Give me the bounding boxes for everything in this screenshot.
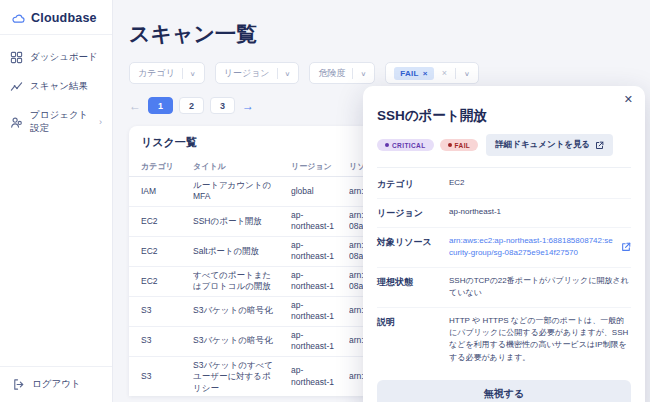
status-filter-select[interactable]: FAIL × × ∨: [385, 62, 479, 84]
ignore-button[interactable]: 無視する: [377, 380, 631, 402]
chevron-down-icon: ∨: [360, 69, 366, 76]
status-filter-chip[interactable]: FAIL ×: [394, 67, 434, 80]
cell-category: IAM: [129, 177, 187, 207]
view-documentation-button[interactable]: 詳細ドキュメントを見る: [486, 134, 613, 156]
risk-detail-fields: カテゴリEC2リージョンap-northeast-1対象リソースarn:aws:…: [377, 170, 631, 371]
project-settings-icon: [10, 116, 23, 129]
panel-divider: [377, 167, 631, 168]
cell-title: Saltポートの開放: [187, 236, 285, 266]
scan-results-icon: [10, 80, 23, 93]
sidebar-item-dashboard[interactable]: ダッシュボード: [0, 43, 112, 72]
app-logo[interactable]: Cloudbase: [0, 0, 112, 35]
detail-field-label: 理想状態: [377, 275, 449, 300]
chevron-right-icon: ›: [99, 117, 102, 127]
filter-clear-icon[interactable]: ×: [442, 68, 447, 78]
prev-page-arrow[interactable]: ←: [129, 100, 141, 112]
resource-link[interactable]: arn:aws:ec2:ap-northeast-1:688185808742:…: [449, 235, 615, 260]
severity-badge-label: CRITICAL: [392, 142, 426, 149]
cell-title: すべてのポートまたはプロトコルの開放: [187, 266, 285, 296]
dashboard-icon: [10, 51, 23, 64]
page-button-3[interactable]: 3: [210, 97, 235, 114]
app-name: Cloudbase: [31, 11, 97, 25]
severity-badge: CRITICAL: [377, 139, 434, 151]
sidebar-item-scan-results[interactable]: スキャン結果: [0, 72, 112, 101]
badge-dot-icon: [385, 143, 389, 147]
filter-divider: [352, 68, 353, 79]
chip-remove-icon[interactable]: ×: [423, 69, 428, 78]
detail-field-value: EC2: [449, 177, 465, 191]
logout-icon: [12, 378, 25, 391]
sidebar-nav: ダッシュボードスキャン結果プロジェクト設定›: [0, 35, 112, 151]
cell-region: ap-northeast-1: [285, 296, 343, 326]
next-page-arrow[interactable]: →: [242, 100, 254, 112]
status-badge-label: FAIL: [455, 142, 471, 149]
detail-field-row: カテゴリEC2: [377, 170, 631, 199]
status-badge: FAIL: [440, 139, 479, 151]
cell-region: global: [285, 177, 343, 207]
cell-title: ルートアカウントのMFA: [187, 177, 285, 207]
detail-field-value: ap-northeast-1: [449, 206, 501, 220]
chevron-down-icon: ∨: [285, 69, 291, 76]
column-header: タイトル: [187, 157, 285, 177]
sidebar-item-label: スキャン結果: [30, 80, 88, 93]
filter-bar: カテゴリ∨リージョン∨危険度∨ FAIL × × ∨: [129, 62, 638, 84]
sidebar-item-label: プロジェクト設定: [30, 109, 92, 135]
risk-detail-badges: CRITICAL FAIL 詳細ドキュメントを見る: [377, 134, 631, 156]
cell-category: S3: [129, 296, 187, 326]
filter-category[interactable]: カテゴリ∨: [129, 62, 205, 84]
cell-region: ap-northeast-1: [285, 236, 343, 266]
cell-category: EC2: [129, 206, 187, 236]
close-icon[interactable]: ✕: [624, 93, 633, 106]
sidebar-item-project-settings[interactable]: プロジェクト設定›: [0, 101, 112, 143]
cell-region: ap-northeast-1: [285, 206, 343, 236]
risk-detail-panel: ✕ SSHのポート開放 CRITICAL FAIL 詳細ドキュメントを見る カテ…: [363, 86, 645, 402]
badge-dot-icon: [448, 143, 452, 147]
cell-title: SSHのポート開放: [187, 206, 285, 236]
detail-field-label: リージョン: [377, 206, 449, 220]
detail-field-row: 対象リソースarn:aws:ec2:ap-northeast-1:6881858…: [377, 228, 631, 268]
column-header: リージョン: [285, 157, 343, 177]
filter-divider: [182, 68, 183, 79]
page-button-1[interactable]: 1: [148, 97, 173, 114]
cell-region: ap-northeast-1: [285, 326, 343, 356]
column-header: カテゴリ: [129, 157, 187, 177]
filter-severity[interactable]: 危険度∨: [309, 62, 375, 84]
cell-region: ap-northeast-1: [285, 356, 343, 396]
sidebar-item-logout[interactable]: ログアウト: [0, 366, 112, 402]
sidebar-item-label: ダッシュボード: [30, 51, 98, 64]
detail-field-value: SSHのTCPの22番ポートがパブリックに開放されていない: [449, 275, 631, 300]
detail-field-row: 理想状態SSHのTCPの22番ポートがパブリックに開放されていない: [377, 268, 631, 308]
chevron-down-icon: ∨: [190, 69, 196, 76]
detail-field-label: 対象リソース: [377, 235, 449, 260]
view-documentation-label: 詳細ドキュメントを見る: [495, 139, 590, 151]
cell-title: S3バケットの暗号化: [187, 326, 285, 356]
sidebar: Cloudbase ダッシュボードスキャン結果プロジェクト設定› ログアウト: [0, 0, 113, 402]
cloud-logo-icon: [12, 12, 25, 25]
detail-field-row: リージョンap-northeast-1: [377, 199, 631, 228]
filter-label: カテゴリ: [138, 67, 175, 80]
logout-label: ログアウト: [32, 378, 81, 391]
cell-category: EC2: [129, 266, 187, 296]
detail-field-label: 説明: [377, 315, 449, 365]
detail-field-row: 説明HTTP や HTTPS などの一部のポートは、一般的にパブリックに公開する…: [377, 308, 631, 372]
page-button-2[interactable]: 2: [179, 97, 204, 114]
status-filter-chip-label: FAIL: [400, 69, 419, 78]
detail-field-value: HTTP や HTTPS などの一部のポートは、一般的にパブリックに公開する必要…: [449, 315, 631, 365]
page-title: スキャン一覧: [129, 20, 638, 48]
external-link-icon: [621, 242, 631, 252]
filter-label: リージョン: [224, 67, 270, 80]
detail-field-label: カテゴリ: [377, 177, 449, 191]
cell-title: S3バケットのすべてユーザーに対するポリシー: [187, 356, 285, 396]
cell-region: ap-northeast-1: [285, 266, 343, 296]
chevron-down-icon[interactable]: ∨: [464, 69, 470, 76]
detail-field-value: arn:aws:ec2:ap-northeast-1:688185808742:…: [449, 235, 631, 260]
cell-category: S3: [129, 326, 187, 356]
external-link-icon: [595, 141, 604, 150]
filter-divider: [455, 68, 456, 79]
filter-region[interactable]: リージョン∨: [215, 62, 300, 84]
cell-title: S3バケットの暗号化: [187, 296, 285, 326]
filter-label: 危険度: [318, 67, 345, 80]
cell-category: EC2: [129, 236, 187, 266]
cell-category: S3: [129, 356, 187, 396]
filter-divider: [277, 68, 278, 79]
